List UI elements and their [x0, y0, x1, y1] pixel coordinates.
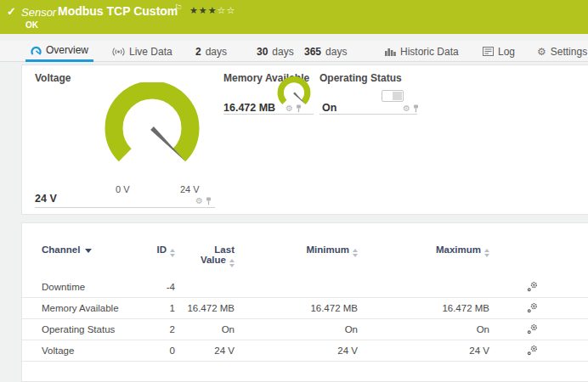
- column-header-maximum[interactable]: Maximum: [358, 244, 489, 257]
- voltage-divider: [35, 207, 215, 208]
- cell-id: 2: [154, 324, 175, 334]
- channel-table-panel: Channel ID Last Value Minimum Maximum Do…: [21, 222, 588, 382]
- cell-channel: Operating Status: [42, 324, 154, 334]
- tab-historic-data-label: Historic Data: [400, 46, 459, 58]
- cell-id: 0: [154, 345, 175, 356]
- gear-icon: ⚙: [537, 46, 546, 58]
- pin-icon[interactable]: [413, 104, 419, 113]
- sort-icon: [484, 249, 489, 257]
- table-row-operating-status: Operating Status 2 On On On: [22, 319, 588, 340]
- channel-settings-icon[interactable]: [527, 345, 538, 357]
- voltage-gauge-arc: [114, 90, 190, 155]
- voltage-value: 24 V: [35, 193, 57, 205]
- sensor-title: Modbus TCP Custom: [58, 4, 178, 18]
- cell-minimum: 16.472 MB: [235, 303, 358, 313]
- tab-overview[interactable]: Overview: [25, 41, 93, 62]
- gear-icon[interactable]: ⚙: [403, 104, 410, 113]
- gear-icon[interactable]: ⚙: [195, 197, 203, 205]
- stars-empty[interactable]: ☆☆: [218, 5, 236, 15]
- gauge-icon: [31, 45, 42, 56]
- memory-value: 16.472 MB: [223, 102, 275, 114]
- column-header-channel-label: Channel: [42, 244, 80, 255]
- live-signal-icon: [112, 47, 125, 57]
- tab-settings[interactable]: ⚙ Settings: [532, 41, 588, 62]
- column-header-id[interactable]: ID: [154, 244, 175, 257]
- voltage-gauge: [101, 82, 203, 181]
- cell-minimum: On: [235, 324, 358, 334]
- tab-2-days-label: days: [206, 46, 227, 58]
- operating-status-divider: [319, 114, 417, 115]
- memory-value-actions: ⚙: [286, 104, 302, 113]
- table-row-downtime: Downtime -4: [22, 277, 588, 298]
- stars-filled[interactable]: ★★★: [189, 5, 218, 15]
- cell-minimum: 24 V: [235, 345, 358, 356]
- cell-last-value: On: [175, 324, 235, 334]
- cell-maximum: 16.472 MB: [358, 303, 489, 313]
- column-header-last-value[interactable]: Last Value: [175, 244, 235, 267]
- table-row-voltage: Voltage 0 24 V 24 V 24 V: [22, 340, 588, 362]
- tab-live-data[interactable]: Live Data: [107, 41, 178, 62]
- table-row-memory-available: Memory Available 1 16.472 MB 16.472 MB 1…: [22, 298, 588, 319]
- channel-settings-icon[interactable]: [527, 302, 538, 315]
- column-header-id-label: ID: [157, 244, 167, 255]
- status-check-icon: ✓: [7, 5, 16, 18]
- tab-30-days[interactable]: 30 days: [252, 41, 299, 62]
- voltage-panel-title: Voltage: [35, 72, 71, 84]
- tab-historic-data[interactable]: Historic Data: [379, 41, 464, 62]
- pin-icon[interactable]: [206, 197, 212, 205]
- cell-maximum: On: [358, 324, 489, 334]
- column-header-last-label: Last: [214, 244, 235, 255]
- cell-last-value: 16.472 MB: [175, 303, 235, 313]
- tab-2-days-number: 2: [195, 46, 201, 58]
- column-header-maximum-label: Maximum: [436, 244, 481, 255]
- channel-table-header: Channel ID Last Value Minimum Maximum: [22, 244, 588, 277]
- cell-channel: Downtime: [42, 282, 154, 292]
- tab-365-days[interactable]: 365 days: [299, 41, 352, 62]
- channel-settings-icon[interactable]: [527, 323, 538, 336]
- column-header-channel[interactable]: Channel: [42, 244, 154, 255]
- sensor-status-bar: ✓ Sensor Modbus TCP Custom ⚐ ★★★☆☆ OK: [0, 0, 588, 34]
- voltage-scale-min: 0 V: [116, 184, 130, 194]
- tab-365-days-number: 365: [304, 46, 321, 58]
- tab-log[interactable]: Log: [478, 41, 520, 62]
- tab-settings-label: Settings: [551, 46, 587, 58]
- column-header-value-label: Value: [201, 255, 226, 265]
- voltage-value-actions: ⚙: [195, 197, 212, 205]
- sort-icon: [229, 259, 235, 267]
- tab-bar: Overview Live Data 2 days 30 days 365 da…: [0, 41, 588, 62]
- sorted-desc-icon: [85, 249, 92, 253]
- column-header-minimum-label: Minimum: [307, 244, 349, 255]
- operating-status-switch: [382, 90, 404, 102]
- tab-30-days-number: 30: [257, 46, 268, 58]
- memory-divider: [223, 114, 314, 115]
- cell-id: -4: [154, 282, 175, 292]
- status-badge: OK: [25, 20, 38, 30]
- cell-id: 1: [154, 303, 175, 313]
- operating-status-value: On: [322, 102, 336, 114]
- pin-icon[interactable]: [296, 104, 302, 113]
- column-header-minimum[interactable]: Minimum: [235, 244, 358, 257]
- chart-icon: [384, 47, 396, 56]
- tab-365-days-label: days: [325, 46, 347, 58]
- overview-gauges-panel: Voltage 0 V 24 V 24 V ⚙ Memory Available…: [21, 65, 588, 215]
- cell-channel: Memory Available: [42, 303, 154, 313]
- priority-stars[interactable]: ★★★☆☆: [189, 5, 235, 16]
- operating-status-value-actions: ⚙: [403, 104, 419, 113]
- cell-maximum: 24 V: [358, 345, 489, 356]
- cell-last-value: 24 V: [175, 345, 235, 356]
- operating-status-panel-title: Operating Status: [319, 72, 402, 84]
- channel-settings-icon[interactable]: [527, 281, 538, 294]
- flag-icon[interactable]: ⚐: [174, 3, 183, 14]
- gear-icon[interactable]: ⚙: [286, 104, 293, 113]
- voltage-scale-max: 24 V: [180, 184, 200, 194]
- switch-knob: [393, 92, 402, 100]
- cell-channel: Voltage: [42, 345, 154, 356]
- tab-2-days[interactable]: 2 days: [190, 41, 232, 62]
- log-icon: [483, 47, 494, 56]
- memory-gauge-arc: [280, 80, 308, 103]
- tab-log-label: Log: [498, 46, 515, 58]
- tab-overview-label: Overview: [46, 44, 88, 56]
- tab-30-days-label: days: [272, 46, 293, 58]
- object-type-label: Sensor: [21, 6, 56, 19]
- tab-live-data-label: Live Data: [129, 46, 172, 58]
